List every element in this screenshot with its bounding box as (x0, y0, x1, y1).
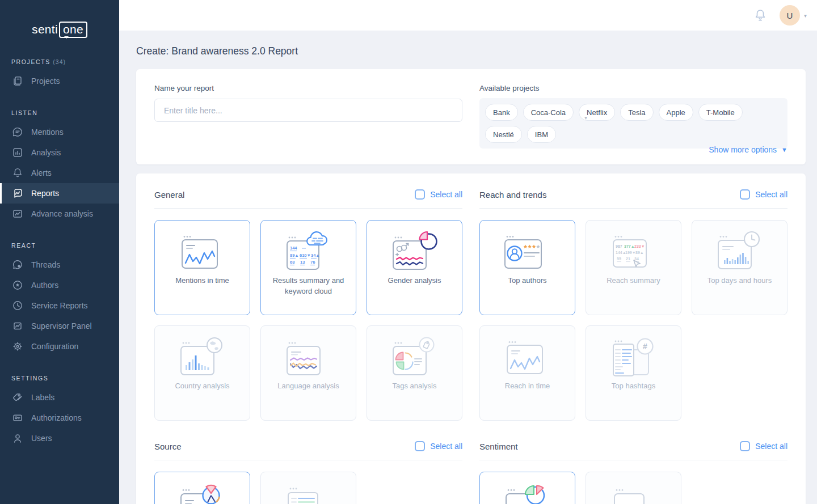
projects-icon (12, 75, 23, 87)
sidebar-item-label: Configuration (31, 342, 78, 351)
sidebar-item-projects[interactable]: Projects (0, 71, 119, 91)
sidebar-item-authors[interactable]: Authors (0, 275, 119, 295)
select-all-checkbox[interactable] (740, 441, 750, 451)
sidebar-item-authorizations[interactable]: Authorizations (0, 408, 119, 428)
sidebar-item-label: Advance analysis (31, 209, 93, 218)
select-all-label: Select all (430, 190, 462, 199)
top-authors-icon (500, 232, 555, 274)
threads-icon (12, 259, 23, 270)
widget-card-country-analysis[interactable]: Country analysis (154, 325, 250, 421)
alerts-icon (12, 167, 23, 179)
sidebar-item-alerts[interactable]: Alerts (0, 163, 119, 183)
sentiment-select-all[interactable]: Select all (740, 441, 787, 451)
show-more-options-link[interactable]: Show more options▼ (709, 145, 787, 154)
widget-card-label: Reach summary (600, 275, 667, 286)
section-reach-and-trends: Reach and trends Select all (479, 189, 787, 421)
sidebar-item-service-reports[interactable]: Service Reports (0, 295, 119, 316)
widget-card-sentiment-pie[interactable] (479, 472, 575, 504)
project-chip-bank[interactable]: Bank (485, 104, 518, 121)
advance-analysis-icon (12, 208, 23, 219)
widget-card-sentiment-gauge[interactable] (586, 472, 681, 504)
widget-card-tags-analysis[interactable]: Tags analysis (367, 325, 462, 421)
widget-card-gender-analysis[interactable]: Gender analysis (367, 220, 462, 315)
sidebar-item-supervisor-panel[interactable]: Supervisor Panel (0, 316, 119, 336)
project-chip-ibm[interactable]: IBM (527, 126, 556, 143)
sidebar-item-labels[interactable]: Labels (0, 387, 119, 408)
select-all-label: Select all (755, 442, 787, 451)
widget-card-top-hashtags[interactable]: # Top hashtags (586, 325, 681, 421)
sidebar-item-users[interactable]: Users (0, 428, 119, 448)
widget-card-results-summary[interactable]: 144 89▲ 610▼ 34▲ 68 13 76 (260, 220, 356, 315)
svg-text:68: 68 (290, 260, 294, 265)
widget-card-label: Gender analysis (382, 275, 448, 286)
project-chip-netflix[interactable]: Netflix (579, 104, 615, 121)
select-all-label: Select all (755, 190, 787, 199)
svg-text:34▲: 34▲ (311, 253, 320, 258)
sidebar-item-configuration[interactable]: Configuration (0, 336, 119, 357)
project-chip-nestle[interactable]: Nestlé (485, 126, 522, 143)
project-chip-tesla[interactable]: Tesla (620, 104, 653, 121)
supervisor-panel-icon (12, 320, 23, 332)
name-report-label: Name your report (154, 84, 462, 92)
project-chip-coca-cola[interactable]: Coca-Cola (523, 104, 574, 121)
report-title-input[interactable] (154, 99, 462, 122)
widget-card-reach-summary[interactable]: 987 377▲ 233▼ 144▲ 199▼ 89▲ 55 21 34 (586, 220, 681, 315)
sidebar-item-label: Service Reports (31, 301, 88, 310)
widget-card-source-pie[interactable] (154, 472, 250, 504)
logo-text-suffix: one (63, 23, 83, 36)
widget-card-label: Language analysis (271, 380, 345, 391)
results-summary-keyword-cloud-icon: 144 89▲ 610▼ 34▲ 68 13 76 (281, 232, 336, 274)
widget-card-source-list[interactable] (260, 472, 356, 504)
select-all-checkbox[interactable] (740, 189, 750, 200)
sentione-logo: sentione (0, 22, 119, 38)
user-menu-caret-icon[interactable]: ▾ (804, 12, 807, 19)
notifications-bell-icon[interactable] (753, 9, 767, 22)
widget-card-label: Tags analysis (386, 380, 443, 391)
widget-card-language-analysis[interactable]: Language analysis (260, 325, 356, 421)
project-chip-apple[interactable]: Apple (659, 104, 693, 121)
sidebar-item-analysis[interactable]: Analysis (0, 142, 119, 163)
topbar: U ▾ (119, 0, 817, 31)
svg-text:13: 13 (300, 260, 305, 265)
general-select-all[interactable]: Select all (415, 189, 462, 200)
svg-text:89▲: 89▲ (635, 251, 644, 255)
top-days-and-hours-icon (713, 232, 767, 274)
widget-card-top-days-and-hours[interactable]: Top days and hours (692, 220, 787, 315)
sidebar-item-label: Mentions (31, 128, 64, 137)
widget-sections-panel: General Select all Mentions in time (136, 173, 806, 504)
available-projects-column: Available projects Bank Coca-Cola Netfli… (479, 84, 787, 150)
nav-section-listen: LISTEN (0, 109, 119, 116)
reach-summary-icon: 987 377▲ 233▼ 144▲ 199▼ 89▲ 55 21 34 (607, 232, 661, 274)
section-reach-header: Reach and trends Select all (479, 189, 787, 209)
sidebar-item-label: Projects (31, 77, 60, 86)
users-icon (12, 433, 23, 444)
sidebar-item-label: Labels (31, 393, 54, 402)
user-avatar[interactable]: U (780, 5, 800, 26)
select-all-checkbox[interactable] (415, 189, 425, 200)
sidebar-item-mentions[interactable]: Mentions (0, 122, 119, 142)
gender-analysis-icon (388, 232, 442, 274)
sidebar-item-advance-analysis[interactable]: Advance analysis (0, 204, 119, 224)
svg-text:233▼: 233▼ (634, 244, 645, 248)
labels-icon (12, 392, 23, 403)
sidebar-item-reports[interactable]: Reports (0, 183, 119, 204)
widget-card-mentions-in-time[interactable]: Mentions in time (154, 220, 250, 315)
widget-card-top-authors[interactable]: Top authors (479, 220, 575, 315)
mentions-icon (12, 126, 23, 138)
source-list-icon (281, 484, 336, 504)
reach-select-all[interactable]: Select all (740, 189, 787, 200)
sidebar-item-label: Users (31, 434, 52, 443)
svg-text:#: # (643, 342, 647, 351)
select-all-checkbox[interactable] (415, 441, 425, 451)
report-setup-panel: Name your report ▾ Available projects Ba… (136, 69, 806, 164)
widget-card-reach-in-time[interactable]: Reach in time (479, 325, 575, 421)
page-title: Create: Brand awareness 2.0 Report (136, 45, 806, 57)
source-select-all[interactable]: Select all (415, 441, 462, 451)
project-chip-t-mobile[interactable]: T-Mobile (698, 104, 743, 121)
widget-card-label: Reach in time (499, 380, 556, 391)
sidebar-item-threads[interactable]: Threads (0, 255, 119, 275)
widget-card-label: Top authors (502, 275, 553, 286)
logo-text-prefix: senti (32, 23, 58, 36)
top-hashtags-icon: # (607, 337, 661, 379)
sidebar-item-label: Supervisor Panel (31, 321, 92, 331)
